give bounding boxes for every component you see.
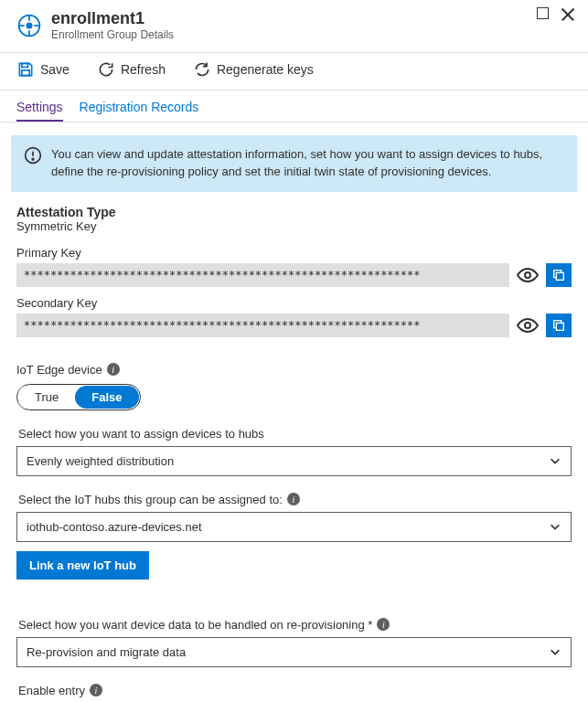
link-iot-hub-button[interactable]: Link a new IoT hub — [16, 551, 149, 580]
svg-rect-6 — [22, 63, 28, 67]
regenerate-icon — [193, 60, 211, 79]
reprovision-value: Re-provision and migrate data — [27, 645, 186, 659]
chevron-down-icon — [549, 454, 561, 467]
tab-bar: Settings Registration Records — [0, 90, 588, 122]
copy-icon — [551, 318, 566, 333]
svg-point-1 — [27, 22, 33, 28]
iot-edge-true[interactable]: True — [18, 386, 75, 409]
secondary-key-reveal-button[interactable] — [515, 314, 540, 337]
reprovision-select[interactable]: Re-provision and migrate data — [16, 637, 572, 667]
info-icon[interactable]: i — [90, 684, 102, 697]
attestation-type-label: Attestation Type — [16, 205, 572, 219]
settings-content: Attestation Type Symmetric Key Primary K… — [0, 205, 588, 702]
iot-hubs-value: iothub-contoso.azure-devices.net — [27, 520, 202, 534]
eye-icon — [517, 268, 539, 282]
refresh-button[interactable]: Refresh — [97, 60, 166, 79]
svg-rect-12 — [556, 272, 563, 280]
iot-hubs-select[interactable]: iothub-contoso.azure-devices.net — [16, 512, 572, 542]
info-banner: You can view and update attestation info… — [11, 135, 577, 192]
chevron-down-icon — [549, 645, 561, 658]
svg-point-13 — [525, 323, 530, 328]
eye-icon — [517, 318, 539, 333]
refresh-label: Refresh — [121, 62, 166, 77]
close-button[interactable] — [561, 7, 575, 22]
primary-key-row: ****************************************… — [16, 263, 572, 287]
regenerate-label: Regenerate keys — [217, 62, 314, 77]
svg-rect-7 — [22, 70, 29, 76]
info-icon[interactable]: i — [287, 493, 300, 505]
panel-header: enrollment1 Enrollment Group Details — [0, 0, 588, 48]
primary-key-field: ****************************************… — [16, 263, 509, 287]
iot-edge-label: IoT Edge device i — [16, 363, 572, 377]
secondary-key-row: ****************************************… — [16, 314, 572, 337]
secondary-key-field: ****************************************… — [16, 314, 509, 337]
assign-method-value: Evenly weighted distribution — [27, 454, 174, 468]
svg-point-11 — [525, 272, 530, 278]
enable-entry-label: Enable entry i — [18, 684, 572, 697]
svg-point-10 — [32, 158, 34, 160]
title-block: enrollment1 Enrollment Group Details — [51, 9, 174, 41]
primary-key-reveal-button[interactable] — [515, 263, 540, 287]
window-controls — [537, 7, 575, 22]
tab-registration-records[interactable]: Registration Records — [80, 96, 199, 122]
iot-hubs-label: Select the IoT hubs this group can be as… — [18, 493, 572, 506]
iot-edge-false[interactable]: False — [75, 386, 138, 409]
chevron-down-icon — [549, 520, 561, 533]
save-button[interactable]: Save — [16, 60, 69, 79]
copy-icon — [551, 268, 566, 282]
secondary-key-copy-button[interactable] — [546, 314, 572, 337]
command-bar: Save Refresh Regenerate keys — [0, 53, 588, 86]
restore-button[interactable] — [537, 7, 551, 22]
save-label: Save — [40, 62, 69, 77]
assign-method-label: Select how you want to assign devices to… — [18, 427, 572, 441]
info-icon[interactable]: i — [377, 618, 390, 631]
refresh-icon — [97, 60, 115, 79]
attestation-type-value: Symmetric Key — [16, 219, 572, 233]
tab-settings[interactable]: Settings — [16, 96, 63, 122]
save-icon — [16, 60, 35, 79]
regenerate-keys-button[interactable]: Regenerate keys — [193, 60, 314, 79]
info-icon[interactable]: i — [107, 363, 120, 376]
primary-key-copy-button[interactable] — [546, 263, 572, 287]
info-banner-text: You can view and update attestation info… — [51, 146, 564, 181]
enrollment-group-panel: enrollment1 Enrollment Group Details Sav… — [0, 0, 588, 702]
info-icon — [24, 146, 42, 165]
svg-rect-14 — [556, 323, 563, 330]
secondary-key-label: Secondary Key — [16, 296, 572, 310]
primary-key-label: Primary Key — [16, 246, 572, 260]
panel-title: enrollment1 — [51, 9, 174, 28]
reprovision-label: Select how you want device data to be ha… — [18, 618, 572, 632]
assign-method-select[interactable]: Evenly weighted distribution — [16, 446, 572, 476]
iot-edge-toggle: True False — [16, 384, 141, 410]
panel-subtitle: Enrollment Group Details — [51, 28, 174, 41]
enrollment-icon — [16, 13, 42, 38]
